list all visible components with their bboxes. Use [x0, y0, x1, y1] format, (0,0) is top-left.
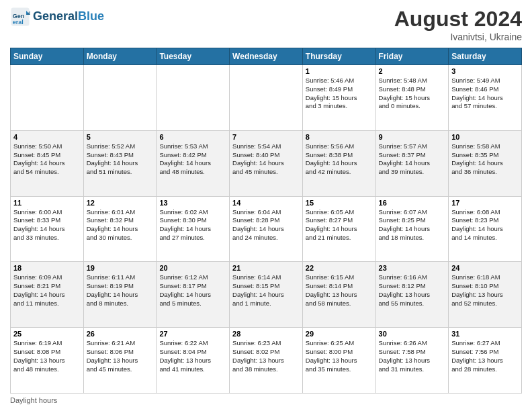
calendar-week-4: 25Sunrise: 6:19 AM Sunset: 8:08 PM Dayli… — [11, 328, 522, 394]
calendar-week-2: 11Sunrise: 6:00 AM Sunset: 8:33 PM Dayli… — [11, 196, 522, 262]
day-number: 13 — [159, 199, 226, 207]
month-year: August 2024 — [394, 7, 522, 32]
day-number: 12 — [87, 199, 154, 207]
day-info: Sunrise: 5:56 AM Sunset: 8:38 PM Dayligh… — [306, 142, 373, 177]
day-info: Sunrise: 6:12 AM Sunset: 8:17 PM Dayligh… — [159, 273, 226, 308]
day-number: 16 — [379, 199, 446, 207]
calendar-week-0: 1Sunrise: 5:46 AM Sunset: 8:49 PM Daylig… — [11, 65, 522, 131]
calendar-cell: 30Sunrise: 6:26 AM Sunset: 7:58 PM Dayli… — [375, 328, 449, 394]
calendar-cell: 24Sunrise: 6:18 AM Sunset: 8:10 PM Dayli… — [449, 262, 522, 328]
day-number: 15 — [306, 199, 373, 207]
day-number: 5 — [87, 133, 154, 141]
day-info: Sunrise: 6:21 AM Sunset: 8:06 PM Dayligh… — [87, 339, 154, 373]
calendar-cell: 2Sunrise: 5:48 AM Sunset: 8:48 PM Daylig… — [375, 65, 449, 131]
calendar-cell: 18Sunrise: 6:09 AM Sunset: 8:21 PM Dayli… — [11, 262, 84, 328]
calendar-cell: 27Sunrise: 6:22 AM Sunset: 8:04 PM Dayli… — [157, 328, 230, 394]
day-info: Sunrise: 6:04 AM Sunset: 8:28 PM Dayligh… — [232, 208, 300, 242]
calendar-header-tuesday: Tuesday — [157, 48, 230, 65]
calendar-week-3: 18Sunrise: 6:09 AM Sunset: 8:21 PM Dayli… — [11, 262, 522, 328]
calendar-cell: 22Sunrise: 6:15 AM Sunset: 8:14 PM Dayli… — [302, 262, 375, 328]
calendar-cell: 17Sunrise: 6:08 AM Sunset: 8:23 PM Dayli… — [449, 196, 522, 262]
day-info: Sunrise: 6:14 AM Sunset: 8:15 PM Dayligh… — [232, 273, 300, 308]
day-info: Sunrise: 6:05 AM Sunset: 8:27 PM Dayligh… — [306, 208, 373, 242]
day-number: 14 — [232, 199, 300, 207]
day-number: 20 — [159, 264, 226, 272]
calendar-cell: 6Sunrise: 5:53 AM Sunset: 8:42 PM Daylig… — [157, 130, 230, 196]
footer-note: Daylight hours — [10, 396, 522, 404]
calendar-header-saturday: Saturday — [449, 48, 522, 65]
calendar-cell: 20Sunrise: 6:12 AM Sunset: 8:17 PM Dayli… — [157, 262, 230, 328]
day-info: Sunrise: 5:54 AM Sunset: 8:40 PM Dayligh… — [232, 142, 300, 177]
calendar-cell — [157, 65, 230, 131]
day-number: 18 — [13, 264, 81, 272]
day-number: 8 — [306, 133, 373, 141]
day-number: 23 — [379, 264, 446, 272]
day-number: 11 — [13, 199, 81, 207]
logo: Gen eral GeneralBlue — [10, 7, 104, 27]
day-number: 3 — [451, 67, 519, 75]
header: Gen eral GeneralBlue August 2024 Ivanivt… — [10, 7, 522, 42]
calendar-cell: 25Sunrise: 6:19 AM Sunset: 8:08 PM Dayli… — [11, 328, 84, 394]
day-number: 1 — [306, 67, 373, 75]
day-info: Sunrise: 6:07 AM Sunset: 8:25 PM Dayligh… — [379, 208, 446, 242]
day-number: 4 — [13, 133, 81, 141]
day-info: Sunrise: 5:48 AM Sunset: 8:48 PM Dayligh… — [379, 77, 446, 111]
calendar-header-wednesday: Wednesday — [230, 48, 303, 65]
calendar-cell: 16Sunrise: 6:07 AM Sunset: 8:25 PM Dayli… — [375, 196, 449, 262]
day-number: 31 — [451, 330, 519, 338]
day-number: 25 — [13, 330, 81, 338]
calendar-week-1: 4Sunrise: 5:50 AM Sunset: 8:45 PM Daylig… — [11, 130, 522, 196]
calendar-cell: 9Sunrise: 5:57 AM Sunset: 8:37 PM Daylig… — [375, 130, 449, 196]
calendar-header-thursday: Thursday — [302, 48, 375, 65]
day-number: 28 — [232, 330, 300, 338]
day-number: 2 — [379, 67, 446, 75]
calendar-cell: 23Sunrise: 6:16 AM Sunset: 8:12 PM Dayli… — [375, 262, 449, 328]
day-number: 6 — [159, 133, 226, 141]
day-info: Sunrise: 6:11 AM Sunset: 8:19 PM Dayligh… — [87, 273, 154, 308]
day-number: 19 — [87, 264, 154, 272]
calendar-cell — [11, 65, 84, 131]
calendar-cell: 19Sunrise: 6:11 AM Sunset: 8:19 PM Dayli… — [83, 262, 157, 328]
logo-text: GeneralBlue — [33, 10, 104, 24]
day-info: Sunrise: 6:16 AM Sunset: 8:12 PM Dayligh… — [379, 273, 446, 308]
calendar-cell: 4Sunrise: 5:50 AM Sunset: 8:45 PM Daylig… — [11, 130, 84, 196]
calendar-cell: 11Sunrise: 6:00 AM Sunset: 8:33 PM Dayli… — [11, 196, 84, 262]
day-info: Sunrise: 6:15 AM Sunset: 8:14 PM Dayligh… — [306, 273, 373, 308]
day-info: Sunrise: 5:46 AM Sunset: 8:49 PM Dayligh… — [306, 77, 373, 111]
day-info: Sunrise: 5:57 AM Sunset: 8:37 PM Dayligh… — [379, 142, 446, 177]
day-info: Sunrise: 5:50 AM Sunset: 8:45 PM Dayligh… — [13, 142, 81, 177]
day-number: 17 — [451, 199, 519, 207]
calendar-header-friday: Friday — [375, 48, 449, 65]
calendar-cell: 14Sunrise: 6:04 AM Sunset: 8:28 PM Dayli… — [230, 196, 303, 262]
day-number: 24 — [451, 264, 519, 272]
day-info: Sunrise: 6:22 AM Sunset: 8:04 PM Dayligh… — [159, 339, 226, 373]
day-info: Sunrise: 5:53 AM Sunset: 8:42 PM Dayligh… — [159, 142, 226, 177]
calendar-cell: 26Sunrise: 6:21 AM Sunset: 8:06 PM Dayli… — [83, 328, 157, 394]
day-number: 29 — [306, 330, 373, 338]
day-info: Sunrise: 6:27 AM Sunset: 7:56 PM Dayligh… — [451, 339, 519, 373]
day-info: Sunrise: 6:23 AM Sunset: 8:02 PM Dayligh… — [232, 339, 300, 373]
day-number: 26 — [87, 330, 154, 338]
logo-icon: Gen eral — [10, 7, 30, 27]
calendar-cell — [230, 65, 303, 131]
calendar-cell: 21Sunrise: 6:14 AM Sunset: 8:15 PM Dayli… — [230, 262, 303, 328]
page: Gen eral GeneralBlue August 2024 Ivanivt… — [0, 0, 532, 411]
calendar-cell: 12Sunrise: 6:01 AM Sunset: 8:32 PM Dayli… — [83, 196, 157, 262]
calendar-cell: 15Sunrise: 6:05 AM Sunset: 8:27 PM Dayli… — [302, 196, 375, 262]
day-number: 7 — [232, 133, 300, 141]
calendar-cell: 29Sunrise: 6:25 AM Sunset: 8:00 PM Dayli… — [302, 328, 375, 394]
calendar-cell: 13Sunrise: 6:02 AM Sunset: 8:30 PM Dayli… — [157, 196, 230, 262]
day-info: Sunrise: 6:08 AM Sunset: 8:23 PM Dayligh… — [451, 208, 519, 242]
day-info: Sunrise: 5:49 AM Sunset: 8:46 PM Dayligh… — [451, 77, 519, 111]
day-info: Sunrise: 6:09 AM Sunset: 8:21 PM Dayligh… — [13, 273, 81, 308]
calendar-cell: 7Sunrise: 5:54 AM Sunset: 8:40 PM Daylig… — [230, 130, 303, 196]
day-info: Sunrise: 6:02 AM Sunset: 8:30 PM Dayligh… — [159, 208, 226, 242]
calendar-cell: 8Sunrise: 5:56 AM Sunset: 8:38 PM Daylig… — [302, 130, 375, 196]
location: Ivanivtsi, Ukraine — [394, 32, 522, 42]
day-info: Sunrise: 5:52 AM Sunset: 8:43 PM Dayligh… — [87, 142, 154, 177]
day-number: 21 — [232, 264, 300, 272]
title-area: August 2024 Ivanivtsi, Ukraine — [394, 7, 522, 42]
calendar-cell: 3Sunrise: 5:49 AM Sunset: 8:46 PM Daylig… — [449, 65, 522, 131]
calendar-cell: 1Sunrise: 5:46 AM Sunset: 8:49 PM Daylig… — [302, 65, 375, 131]
calendar-cell: 5Sunrise: 5:52 AM Sunset: 8:43 PM Daylig… — [83, 130, 157, 196]
